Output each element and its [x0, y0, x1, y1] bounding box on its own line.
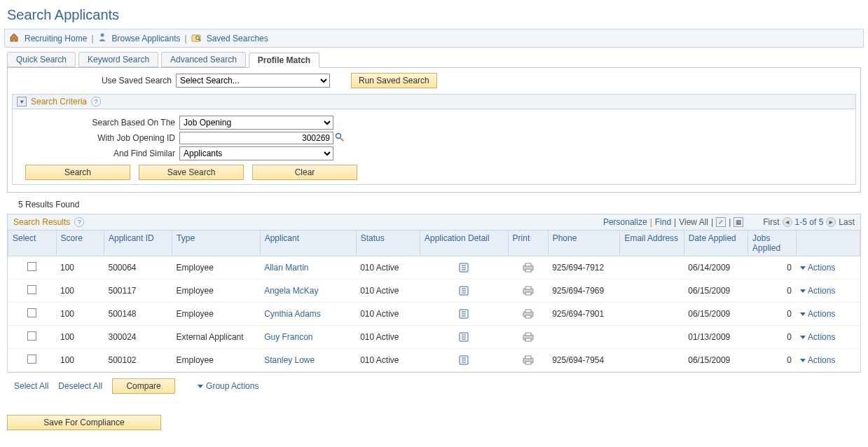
col-status[interactable]: Status — [356, 231, 420, 256]
cell-score: 100 — [56, 326, 104, 349]
print-icon[interactable] — [522, 331, 535, 341]
lookup-icon[interactable] — [335, 132, 345, 144]
cell-type: Employee — [172, 256, 261, 280]
tab-advanced-search[interactable]: Advanced Search — [161, 52, 246, 67]
application-detail-icon[interactable] — [458, 331, 469, 341]
print-icon[interactable] — [522, 355, 535, 364]
save-for-compliance-button[interactable]: Save For Compliance — [7, 415, 161, 430]
col-type[interactable]: Type — [172, 231, 261, 256]
col-phone[interactable]: Phone — [548, 231, 620, 256]
cell-applicant-name[interactable]: Stanley Lowe — [260, 349, 356, 372]
cell-jobs-applied: 0 — [748, 326, 797, 349]
nav-last-label[interactable]: Last — [839, 217, 855, 227]
nav-saved-searches[interactable]: Saved Searches — [207, 34, 268, 43]
col-applicant[interactable]: Applicant — [260, 231, 356, 256]
cell-date-applied: 01/13/2009 — [684, 326, 748, 349]
application-detail-icon[interactable] — [458, 285, 469, 295]
row-checkbox[interactable] — [27, 331, 36, 341]
print-icon[interactable] — [522, 308, 535, 318]
find-similar-select[interactable]: Applicants — [179, 146, 333, 160]
collapse-icon[interactable]: ▾ — [17, 97, 27, 106]
search-results-title: Search Results — [13, 217, 70, 227]
caret-down-icon — [800, 359, 806, 362]
col-print[interactable]: Print — [508, 231, 548, 256]
nav-separator: | — [91, 34, 93, 43]
caret-down-icon — [198, 385, 203, 388]
nav-recruiting-home[interactable]: Recruiting Home — [25, 34, 87, 43]
svg-point-4 — [336, 133, 341, 138]
job-opening-id-input[interactable] — [179, 132, 333, 144]
help-icon[interactable]: ? — [74, 217, 84, 227]
print-icon[interactable] — [522, 285, 535, 295]
col-score[interactable]: Score — [56, 231, 104, 256]
col-jobs-applied[interactable]: Jobs Applied — [748, 231, 797, 256]
cell-jobs-applied: 0 — [748, 280, 797, 303]
svg-rect-19 — [525, 292, 531, 295]
tab-keyword-search[interactable]: Keyword Search — [78, 52, 158, 67]
zoom-icon[interactable]: ⤢ — [716, 217, 726, 227]
cell-score: 100 — [56, 349, 104, 372]
save-search-button[interactable]: Save Search — [139, 165, 244, 180]
col-date-applied[interactable]: Date Applied — [684, 231, 748, 256]
tab-content: Use Saved Search Select Search... Run Sa… — [7, 67, 861, 193]
col-email[interactable]: Email Address — [620, 231, 684, 256]
select-all-link[interactable]: Select All — [14, 381, 48, 391]
row-checkbox[interactable] — [27, 262, 36, 271]
search-button[interactable]: Search — [25, 165, 130, 180]
cell-type: External Applicant — [172, 326, 261, 349]
application-detail-icon[interactable] — [458, 262, 469, 272]
row-actions-menu[interactable]: Actions — [800, 263, 855, 273]
cell-jobs-applied: 0 — [748, 303, 797, 326]
tab-profile-match[interactable]: Profile Match — [249, 53, 319, 68]
cell-phone: 925/694-7954 — [548, 349, 620, 372]
cell-applicant-id: 500117 — [104, 280, 172, 303]
print-icon[interactable] — [522, 262, 535, 272]
help-icon[interactable]: ? — [91, 97, 101, 106]
tab-quick-search[interactable]: Quick Search — [7, 52, 76, 67]
cell-jobs-applied: 0 — [748, 256, 797, 280]
based-on-select[interactable]: Job Opening — [179, 116, 333, 130]
nav-first-label[interactable]: First — [763, 217, 779, 227]
row-checkbox[interactable] — [27, 355, 36, 364]
row-actions-menu[interactable]: Actions — [800, 286, 855, 296]
col-select[interactable]: Select — [8, 231, 57, 256]
cell-applicant-name[interactable]: Guy Francon — [260, 326, 356, 349]
download-icon[interactable]: ▦ — [733, 217, 743, 227]
run-saved-search-button[interactable]: Run Saved Search — [351, 73, 437, 88]
svg-rect-18 — [525, 287, 531, 289]
svg-rect-25 — [525, 310, 531, 312]
svg-point-0 — [100, 34, 104, 37]
row-checkbox[interactable] — [27, 308, 36, 317]
page-title: Search Applicants — [7, 7, 864, 23]
home-icon — [9, 32, 19, 44]
view-all-link[interactable]: View All — [679, 217, 708, 227]
cell-type: Employee — [172, 349, 261, 372]
application-detail-icon[interactable] — [458, 308, 469, 318]
deselect-all-link[interactable]: Deselect All — [58, 381, 102, 391]
col-app-detail[interactable]: Application Detail — [420, 231, 508, 256]
row-actions-menu[interactable]: Actions — [800, 332, 855, 342]
nav-browse-applicants[interactable]: Browse Applicants — [112, 34, 181, 43]
row-actions-menu[interactable]: Actions — [800, 355, 855, 365]
personalize-link[interactable]: Personalize — [603, 217, 647, 227]
nav-separator: | — [185, 34, 187, 43]
nav-prev-icon[interactable]: ◄ — [783, 217, 792, 227]
row-actions-menu[interactable]: Actions — [800, 309, 855, 319]
use-saved-search-select[interactable]: Select Search... — [176, 74, 330, 88]
cell-email — [620, 280, 684, 303]
row-checkbox[interactable] — [27, 285, 36, 294]
cell-applicant-name[interactable]: Angela McKay — [260, 280, 356, 303]
svg-rect-39 — [525, 356, 531, 359]
cell-applicant-name[interactable]: Cynthia Adams — [260, 303, 356, 326]
find-link[interactable]: Find — [655, 217, 671, 227]
nav-next-icon[interactable]: ► — [826, 217, 836, 227]
clear-button[interactable]: Clear — [252, 165, 357, 180]
compare-button[interactable]: Compare — [112, 378, 175, 394]
person-icon — [98, 32, 106, 44]
application-detail-icon[interactable] — [458, 355, 469, 364]
cell-score: 100 — [56, 303, 104, 326]
col-applicant-id[interactable]: Applicant ID — [104, 231, 172, 256]
cell-applicant-name[interactable]: Allan Martin — [260, 256, 356, 280]
group-actions-menu[interactable]: Group Actions — [198, 381, 259, 391]
col-actions — [796, 231, 860, 256]
